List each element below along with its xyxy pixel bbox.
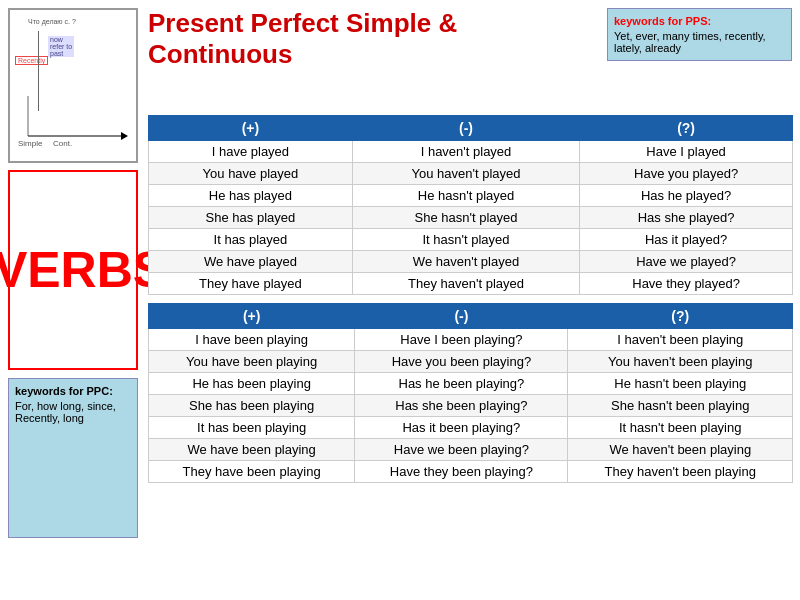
simple-cell-5-2: Have we played? (580, 251, 793, 273)
cont-cell-4-2: It hasn't been playing (568, 417, 793, 439)
simple-cell-3-2: Has she played? (580, 207, 793, 229)
irregular-verbs-text: VERBS (0, 245, 166, 295)
svg-text:Simple: Simple (18, 139, 43, 148)
simple-cell-2-2: Has he played? (580, 185, 793, 207)
cont-cell-6-0: They have been playing (149, 461, 355, 483)
table-continuous: (+) (-) (?) I have been playingHave I be… (148, 303, 793, 483)
keywords-pps-title: keywords for PPS: (614, 15, 785, 27)
table-row: They have been playingHave they been pla… (149, 461, 793, 483)
simple-cell-0-2: Have I played (580, 141, 793, 163)
simple-cell-6-1: They haven't played (352, 273, 579, 295)
simple-cell-3-0: She has played (149, 207, 353, 229)
simple-cell-0-0: I have played (149, 141, 353, 163)
cont-cell-1-1: Have you been playing? (355, 351, 568, 373)
cont-cell-6-1: Have they been playing? (355, 461, 568, 483)
svg-marker-2 (121, 132, 128, 140)
simple-cell-6-2: Have they played? (580, 273, 793, 295)
cont-cell-0-0: I have been playing (149, 329, 355, 351)
cont-cell-4-0: It has been playing (149, 417, 355, 439)
cont-cell-3-0: She has been playing (149, 395, 355, 417)
simple-cell-2-0: He has played (149, 185, 353, 207)
simple-cell-5-1: We haven't played (352, 251, 579, 273)
simple-cell-1-1: You haven't played (352, 163, 579, 185)
cont-cell-2-1: Has he been playing? (355, 373, 568, 395)
simple-cell-4-2: Has it played? (580, 229, 793, 251)
keywords-pps-content: Yet, ever, many times, recently, lately,… (614, 30, 785, 54)
table-row: We have playedWe haven't playedHave we p… (149, 251, 793, 273)
cont-cell-1-0: You have been playing (149, 351, 355, 373)
cont-cell-3-1: Has she been playing? (355, 395, 568, 417)
cont-cell-4-1: Has it been playing? (355, 417, 568, 439)
table-simple: (+) (-) (?) I have playedI haven't playe… (148, 115, 793, 295)
table-row: It has playedIt hasn't playedHas it play… (149, 229, 793, 251)
col-header-negative: (-) (352, 116, 579, 141)
col-header-positive: (+) (149, 116, 353, 141)
simple-cell-3-1: She hasn't played (352, 207, 579, 229)
table-row: She has playedShe hasn't playedHas she p… (149, 207, 793, 229)
cont-cell-2-2: He hasn't been playing (568, 373, 793, 395)
svg-text:Perfect: Perfect (18, 149, 44, 151)
cont-cell-5-2: We haven't been playing (568, 439, 793, 461)
col-header-positive-cont: (+) (149, 304, 355, 329)
keywords-ppc-box: keywords for PPC: For, how long, since, … (8, 378, 138, 538)
col-header-negative-cont: (-) (355, 304, 568, 329)
keywords-ppc-content: For, how long, since, Recently, long (15, 400, 131, 424)
page-title: Present Perfect Simple & Continuous (148, 8, 518, 70)
cont-cell-2-0: He has been playing (149, 373, 355, 395)
diagram-label-top: Что делаю с. ? (28, 18, 76, 25)
table-row: I have playedI haven't playedHave I play… (149, 141, 793, 163)
simple-cell-0-1: I haven't played (352, 141, 579, 163)
col-header-question: (?) (580, 116, 793, 141)
cont-cell-5-0: We have been playing (149, 439, 355, 461)
keywords-ppc-title: keywords for PPC: (15, 385, 131, 397)
cont-cell-6-2: They haven't been playing (568, 461, 793, 483)
simple-cell-4-0: It has played (149, 229, 353, 251)
irregular-verbs-box: I R R E G U L A R VERBS (8, 170, 138, 370)
table-row: She has been playingHas she been playing… (149, 395, 793, 417)
simple-cell-6-0: They have played (149, 273, 353, 295)
table-row: We have been playingHave we been playing… (149, 439, 793, 461)
simple-cell-1-2: Have you played? (580, 163, 793, 185)
main-content: (+) (-) (?) I have playedI haven't playe… (148, 115, 793, 491)
cont-cell-0-1: Have I been playing? (355, 329, 568, 351)
svg-text:Cont.: Cont. (53, 139, 72, 148)
table-row: I have been playingHave I been playing?I… (149, 329, 793, 351)
col-header-question-cont: (?) (568, 304, 793, 329)
diagram-svg: Simple Cont. Perfect (13, 91, 133, 151)
table-row: They have playedThey haven't playedHave … (149, 273, 793, 295)
diagram-now: nowrefer topast (48, 36, 74, 57)
simple-cell-4-1: It hasn't played (352, 229, 579, 251)
cont-cell-5-1: Have we been playing? (355, 439, 568, 461)
table-row: It has been playingHas it been playing?I… (149, 417, 793, 439)
diagram-recently: Recently (15, 56, 48, 65)
cont-cell-3-2: She hasn't been playing (568, 395, 793, 417)
cont-cell-1-2: You haven't been playing (568, 351, 793, 373)
table-row: You have playedYou haven't playedHave yo… (149, 163, 793, 185)
table-row: He has been playingHas he been playing?H… (149, 373, 793, 395)
table-row: You have been playingHave you been playi… (149, 351, 793, 373)
diagram-box: Что делаю с. ? Recently nowrefer topast … (8, 8, 138, 163)
table-row: He has playedHe hasn't playedHas he play… (149, 185, 793, 207)
simple-cell-2-1: He hasn't played (352, 185, 579, 207)
simple-cell-5-0: We have played (149, 251, 353, 273)
cont-cell-0-2: I haven't been playing (568, 329, 793, 351)
keywords-pps-box: keywords for PPS: Yet, ever, many times,… (607, 8, 792, 61)
simple-cell-1-0: You have played (149, 163, 353, 185)
